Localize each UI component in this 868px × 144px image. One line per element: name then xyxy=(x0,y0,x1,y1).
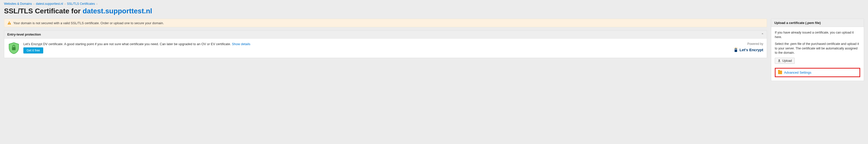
chevron-up-icon: ⌃ xyxy=(761,33,764,36)
lock-icon xyxy=(734,47,738,52)
chevron-right-icon: › xyxy=(65,2,66,5)
breadcrumb: Websites & Domains › datest.supporttest.… xyxy=(4,0,864,6)
upload-button[interactable]: Upload xyxy=(775,58,795,64)
warning-icon xyxy=(7,21,11,25)
lets-encrypt-logo: Let's Encrypt xyxy=(734,47,763,52)
show-details-link[interactable]: Show details xyxy=(232,42,250,46)
upload-panel: Upload a certificate (.pem file) If you … xyxy=(771,19,864,81)
advanced-settings-highlight: Advanced Settings xyxy=(775,68,860,77)
advanced-settings-link[interactable]: Advanced Settings xyxy=(784,71,811,74)
chevron-right-icon: › xyxy=(33,2,34,5)
breadcrumb-websites-domains[interactable]: Websites & Domains xyxy=(4,2,32,5)
warning-text: Your domain is not secured with a valid … xyxy=(13,21,164,25)
breadcrumb-domain[interactable]: datest.supporttest.nl xyxy=(36,2,63,5)
chevron-right-icon: › xyxy=(96,2,97,5)
entry-level-panel: Entry-level protection ⌃ Let's Encrypt D… xyxy=(4,30,767,58)
page-title: SSL/TLS Certificate for datest.supportte… xyxy=(4,6,864,19)
svg-rect-2 xyxy=(12,47,16,50)
folder-icon xyxy=(778,71,782,74)
svg-rect-6 xyxy=(735,50,737,52)
svg-line-4 xyxy=(737,48,738,49)
warning-alert: Your domain is not secured with a valid … xyxy=(4,19,767,27)
svg-rect-7 xyxy=(778,62,780,62)
upload-icon xyxy=(778,59,781,62)
powered-by-label: Powered by xyxy=(734,42,763,46)
svg-rect-1 xyxy=(9,24,9,24)
upload-panel-header: Upload a certificate (.pem file) xyxy=(771,19,864,27)
entry-level-header[interactable]: Entry-level protection ⌃ xyxy=(4,30,767,39)
shield-icon xyxy=(8,42,20,54)
svg-rect-0 xyxy=(9,22,9,23)
svg-line-3 xyxy=(734,48,735,49)
upload-desc-1: If you have already issued a certificate… xyxy=(775,30,860,39)
get-it-free-button[interactable]: Get it free xyxy=(23,47,43,53)
upload-desc-2: Select the .pem file of the purchased ce… xyxy=(775,42,860,55)
cert-description: Let's Encrypt DV certificate. A good sta… xyxy=(23,42,231,46)
title-domain: datest.supporttest.nl xyxy=(83,7,152,15)
breadcrumb-ssl-certs[interactable]: SSL/TLS Certificates xyxy=(67,2,95,5)
